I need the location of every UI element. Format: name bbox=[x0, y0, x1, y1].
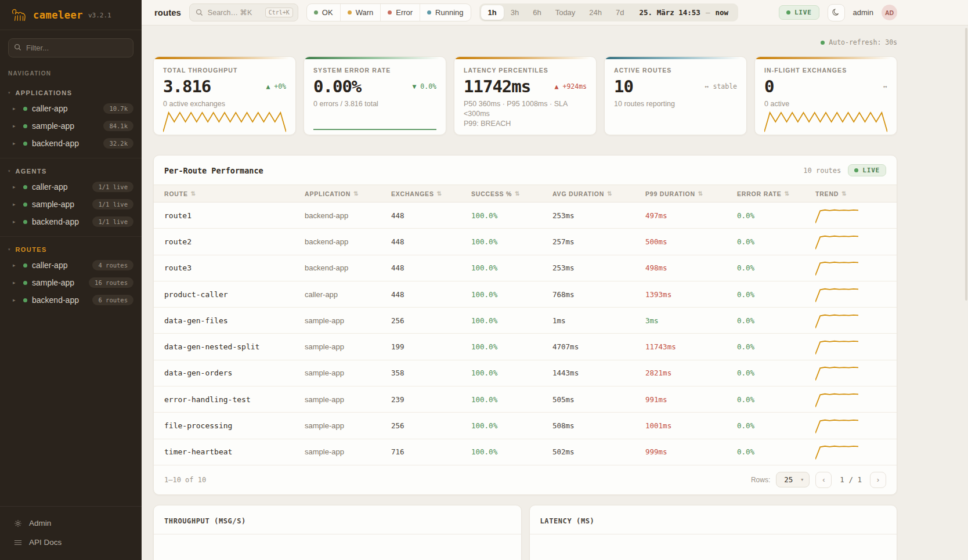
cell-application: sample-app bbox=[305, 342, 391, 351]
cell-application: caller-app bbox=[305, 290, 391, 299]
kpi-subtitle: 0 active bbox=[764, 99, 887, 109]
app-version: v3.2.1 bbox=[88, 12, 111, 19]
next-page-button[interactable]: › bbox=[870, 472, 886, 488]
column-header[interactable]: AVG DURATION ⇅ bbox=[552, 190, 645, 197]
column-header[interactable]: TREND ⇅ bbox=[815, 190, 886, 197]
column-header[interactable]: ROUTE ⇅ bbox=[164, 190, 305, 197]
avatar[interactable]: AD bbox=[882, 5, 897, 20]
time-range-button[interactable]: 24h bbox=[582, 5, 609, 20]
cell-route: route3 bbox=[164, 263, 305, 272]
status-dot bbox=[23, 142, 27, 146]
table-row[interactable]: data-gen-orders sample-app 358 100.0% 14… bbox=[154, 360, 897, 386]
sidebar-item-admin[interactable]: Admin bbox=[0, 514, 142, 533]
cell-error-rate: 0.0% bbox=[737, 447, 815, 456]
sidebar-item-application[interactable]: ▸ sample-app 84.1k bbox=[0, 117, 142, 135]
date-range[interactable]: 25. März 14:53 — now bbox=[631, 8, 736, 17]
prev-page-button[interactable]: ‹ bbox=[815, 472, 832, 488]
kpi-subtitle: 0 errors / 3.816 total bbox=[313, 99, 436, 109]
chevron-right-icon: ▸ bbox=[13, 106, 19, 111]
time-range-button[interactable]: 7d bbox=[609, 5, 631, 20]
cell-error-rate: 0.0% bbox=[737, 368, 815, 377]
sidebar: cameleer v3.2.1 NAVIGATION ▾ APPLICATION… bbox=[0, 0, 142, 560]
kpi-value: 10 bbox=[614, 77, 633, 96]
table-row[interactable]: route3 backend-app 448 100.0% 253ms 498m… bbox=[154, 255, 897, 281]
time-range-button[interactable]: Today bbox=[548, 5, 583, 20]
status-filter-label: Warn bbox=[356, 8, 374, 17]
table-row[interactable]: data-gen-files sample-app 256 100.0% 1ms… bbox=[154, 308, 897, 334]
trend-sparkline bbox=[815, 260, 858, 276]
table-row[interactable]: timer-heartbeat sample-app 716 100.0% 50… bbox=[154, 439, 897, 465]
status-filter-button[interactable]: Error bbox=[380, 4, 420, 21]
cell-success: 100.0% bbox=[471, 342, 552, 351]
trend-sparkline bbox=[815, 208, 858, 223]
section-routes-header[interactable]: ▾ ROUTES bbox=[0, 243, 142, 256]
sidebar-item-agent[interactable]: ▸ sample-app 1/1 live bbox=[0, 196, 142, 213]
sidebar-item-agent[interactable]: ▸ backend-app 1/1 live bbox=[0, 213, 142, 230]
table-row[interactable]: route2 backend-app 448 100.0% 257ms 500m… bbox=[154, 229, 897, 255]
sidebar-item-route[interactable]: ▸ backend-app 6 routes bbox=[0, 291, 142, 309]
section-applications-header[interactable]: ▾ APPLICATIONS bbox=[0, 86, 142, 100]
sidebar-item-route[interactable]: ▸ sample-app 16 routes bbox=[0, 274, 142, 291]
time-range-button[interactable]: 6h bbox=[526, 5, 548, 20]
table-row[interactable]: route1 backend-app 448 100.0% 253ms 497m… bbox=[154, 203, 897, 229]
navigation-label: NAVIGATION bbox=[0, 61, 142, 80]
column-header[interactable]: EXCHANGES ⇅ bbox=[391, 190, 471, 197]
search-icon bbox=[14, 44, 21, 51]
column-header[interactable]: SUCCESS % ⇅ bbox=[471, 190, 552, 197]
caret-down-icon: ▾ bbox=[8, 91, 10, 95]
cell-route: data-gen-files bbox=[164, 316, 305, 325]
column-header[interactable]: APPLICATION ⇅ bbox=[305, 190, 391, 197]
column-header[interactable]: ERROR RATE ⇅ bbox=[737, 190, 815, 197]
table-row[interactable]: error-handling-test sample-app 239 100.0… bbox=[154, 386, 897, 413]
sidebar-item-application[interactable]: ▸ backend-app 32.2k bbox=[0, 135, 142, 152]
trend-sparkline bbox=[815, 313, 858, 328]
filter-input[interactable] bbox=[8, 38, 133, 57]
cell-exchanges: 256 bbox=[391, 316, 471, 325]
search-input[interactable]: Search… ⌘K Ctrl+K bbox=[189, 3, 298, 21]
table-row[interactable]: product-caller caller-app 448 100.0% 768… bbox=[154, 281, 897, 308]
kpi-card: ACTIVE ROUTES 10 ↔ stable 10 routes repo… bbox=[604, 56, 747, 135]
cell-success: 100.0% bbox=[471, 395, 552, 404]
sidebar-item-api-docs[interactable]: API Docs bbox=[0, 533, 142, 552]
date-from: 25. März 14:53 bbox=[640, 8, 700, 17]
kpi-body: TOTAL THROUGHPUT 3.816 ▲ +0% 0 active ex… bbox=[154, 59, 295, 135]
cell-avg-duration: 768ms bbox=[552, 290, 645, 299]
kpi-label: SYSTEM ERROR RATE bbox=[313, 67, 436, 74]
trend-sparkline bbox=[815, 365, 858, 381]
status-filter-button[interactable]: Warn bbox=[340, 4, 381, 21]
time-range-button[interactable]: 3h bbox=[504, 5, 526, 20]
status-filter-group: OK Warn Error Running bbox=[306, 3, 471, 21]
status-filter-button[interactable]: Running bbox=[420, 4, 470, 21]
autorefresh-indicator: Auto-refresh: 30s bbox=[153, 38, 897, 46]
sidebar-item-label: sample-app bbox=[32, 200, 74, 209]
sidebar-item-badge: 6 routes bbox=[92, 295, 133, 305]
cell-application: sample-app bbox=[305, 421, 391, 430]
cell-route: file-processing bbox=[164, 421, 305, 430]
sidebar-item-application[interactable]: ▸ caller-app 10.7k bbox=[0, 100, 142, 117]
throughput-chart-title: THROUGHPUT (MSG/S) bbox=[164, 517, 246, 525]
kpi-subtitle: 10 routes reporting bbox=[614, 99, 737, 109]
cell-error-rate: 0.0% bbox=[737, 263, 815, 272]
sidebar-item-agent[interactable]: ▸ caller-app 1/1 live bbox=[0, 178, 142, 196]
column-header[interactable]: P99 DURATION ⇅ bbox=[645, 190, 737, 197]
rows-per-page-select[interactable]: 25 ▾ bbox=[776, 472, 810, 487]
section-agents-header[interactable]: ▾ AGENTS bbox=[0, 164, 142, 178]
scrollbar[interactable] bbox=[965, 28, 967, 301]
app-name: cameleer bbox=[33, 9, 83, 21]
trend-sparkline bbox=[815, 339, 858, 355]
cell-route: data-gen-nested-split bbox=[164, 342, 305, 351]
table-row[interactable]: data-gen-nested-split sample-app 199 100… bbox=[154, 334, 897, 360]
sidebar-item-route[interactable]: ▸ caller-app 4 routes bbox=[0, 256, 142, 274]
kpi-card: SYSTEM ERROR RATE 0.00% ▼ 0.0% 0 errors … bbox=[304, 56, 446, 135]
kpi-sparkline bbox=[313, 109, 436, 132]
sort-icon: ⇅ bbox=[607, 190, 612, 197]
sort-icon: ⇅ bbox=[191, 190, 196, 197]
dark-mode-toggle[interactable] bbox=[828, 4, 845, 21]
time-range-button[interactable]: 1h bbox=[481, 5, 504, 20]
cell-route: product-caller bbox=[164, 290, 305, 299]
cell-exchanges: 448 bbox=[391, 290, 471, 299]
table-row[interactable]: file-processing sample-app 256 100.0% 50… bbox=[154, 413, 897, 439]
chevron-right-icon: ▸ bbox=[13, 201, 19, 207]
sidebar-filter bbox=[8, 38, 133, 57]
status-filter-button[interactable]: OK bbox=[307, 4, 340, 21]
